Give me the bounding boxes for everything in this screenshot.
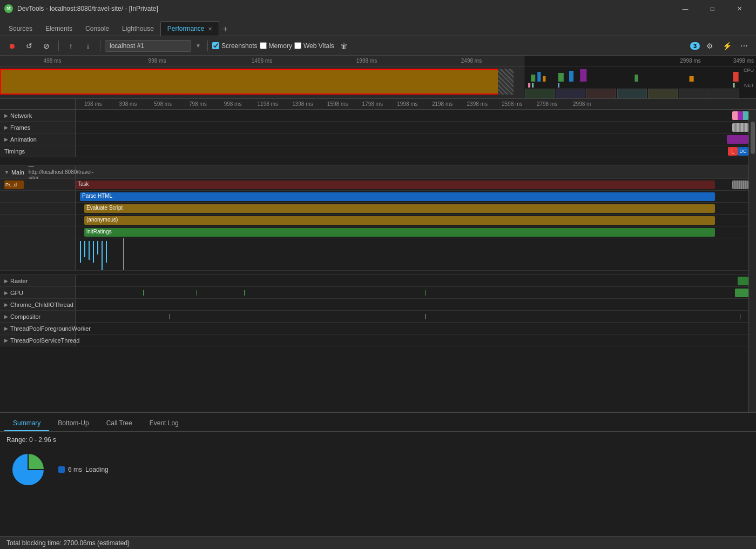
screenshot-thumb-4[interactable]: [648, 89, 678, 98]
record-button[interactable]: ⏺: [4, 38, 19, 53]
frames-expand-arrow[interactable]: ▶: [4, 125, 8, 130]
tab-call-tree[interactable]: Call Tree: [98, 416, 141, 431]
parse-html-bar[interactable]: Parse HTML: [80, 192, 715, 201]
childio-expand-arrow[interactable]: ▶: [4, 302, 8, 307]
call-line-2: [89, 241, 90, 260]
main-thread-header: ▼ Main — http://localhost:8080/travel-si…: [0, 166, 748, 179]
threadpool-svc-track-label[interactable]: ▶ ThreadPoolServiceThread: [0, 334, 76, 346]
timeline-container: ▶ Network ▶ Frames: [0, 110, 756, 412]
animation-expand-arrow[interactable]: ▶: [4, 137, 8, 142]
timings-track-row: Timings L DC: [0, 145, 748, 157]
threadpool-svc-expand-arrow[interactable]: ▶: [4, 338, 8, 343]
tab-bottom-up[interactable]: Bottom-Up: [49, 416, 97, 431]
animation-track-row: ▶ Animation: [0, 133, 748, 145]
ruler-label-0: 198 ms: [76, 101, 111, 107]
compositor-tick-1: [426, 314, 426, 319]
tab-elements[interactable]: Elements: [39, 22, 79, 36]
timeline-tracks: ▶ Network ▶ Frames: [0, 110, 748, 412]
ruler-label-2: 598 ms: [145, 101, 180, 107]
evaluate-label-area: [0, 203, 76, 214]
anonymous-bar[interactable]: (anonymous): [84, 216, 715, 225]
memory-checkbox-label[interactable]: Memory: [260, 42, 292, 50]
main-expand-arrow[interactable]: ▼: [4, 170, 9, 175]
tab-add-button[interactable]: +: [219, 23, 232, 36]
remote-button[interactable]: ⚡: [719, 38, 734, 53]
flame-row-task: Pr...d Task: [0, 179, 748, 191]
ruler-label-5: 1198 ms: [250, 101, 285, 107]
url-dropdown[interactable]: ▼: [193, 43, 203, 49]
download-button[interactable]: ↓: [80, 38, 96, 53]
tab-close-performance[interactable]: ✕: [208, 26, 212, 32]
titlebar-title: DevTools - localhost:8080/travel-site/ -…: [17, 5, 669, 12]
raster-expand-arrow[interactable]: ▶: [4, 278, 8, 284]
toolbar-separator-1: [58, 41, 59, 51]
raster-track-label[interactable]: ▶ Raster: [0, 275, 76, 286]
gpu-expand-arrow[interactable]: ▶: [4, 290, 8, 296]
main-thread-label[interactable]: ▼ Main — http://localhost:8080/travel-si…: [0, 166, 76, 178]
reload-button[interactable]: ↺: [22, 38, 37, 53]
network-track-label[interactable]: ▶ Network: [0, 110, 76, 121]
screenshot-thumb-2[interactable]: [586, 89, 616, 98]
gpu-track-label[interactable]: ▶ GPU: [0, 287, 76, 298]
close-button[interactable]: ✕: [727, 0, 752, 17]
childiothread-track-label[interactable]: ▶ Chrome_ChildIOThread: [0, 299, 76, 310]
initratings-bar[interactable]: initRatings: [84, 228, 715, 237]
upload-button[interactable]: ↑: [63, 38, 78, 53]
compositor-track-label[interactable]: ▶ Compositor: [0, 311, 76, 322]
screenshot-thumb-0[interactable]: [525, 89, 555, 98]
settings-button[interactable]: ⚙: [702, 38, 717, 53]
svg-rect-9: [528, 83, 530, 88]
webvitals-checkbox-label[interactable]: Web Vitals: [294, 42, 334, 50]
tab-lighthouse[interactable]: Lighthouse: [116, 22, 160, 36]
overview-left: 498 ms 998 ms 1498 ms 1998 ms 2498 ms: [0, 56, 524, 98]
frames-track-label[interactable]: ▶ Frames: [0, 122, 76, 133]
more-button[interactable]: ⋯: [737, 38, 752, 53]
task-overflow-bar: [732, 180, 748, 189]
right-scrollbar[interactable]: [748, 110, 756, 412]
tab-event-log[interactable]: Event Log: [141, 416, 187, 431]
webvitals-checkbox[interactable]: [294, 42, 301, 49]
threadpool-fg-track-label[interactable]: ▶ ThreadPoolForegroundWorker: [0, 323, 76, 334]
tab-performance[interactable]: Performance ✕: [160, 21, 219, 36]
screenshot-thumb-3[interactable]: [617, 89, 647, 98]
task-bar[interactable]: Task: [76, 180, 715, 189]
evaluate-script-bar[interactable]: Evaluate Script: [84, 204, 715, 213]
screenshots-checkbox[interactable]: [212, 42, 219, 49]
delete-button[interactable]: 🗑: [336, 38, 352, 53]
spacer-2: [0, 271, 748, 275]
initratings-label-area: [0, 226, 76, 238]
range-text: Range: 0 - 2.96 s: [6, 436, 750, 444]
tab-sources[interactable]: Sources: [2, 22, 39, 36]
network-expand-arrow[interactable]: ▶: [4, 113, 8, 118]
svg-rect-2: [543, 76, 545, 82]
screenshot-thumb-5[interactable]: [679, 89, 708, 98]
statusbar-text: Total blocking time: 2700.06ms (estimate…: [6, 539, 130, 547]
svg-rect-8: [733, 72, 739, 82]
clear-button[interactable]: ⊘: [39, 38, 54, 53]
overview-time-5: 2998 ms: [680, 58, 700, 64]
gpu-tick-3: [426, 290, 426, 296]
call-line-3: [93, 241, 94, 263]
maximize-button[interactable]: □: [700, 0, 725, 17]
flame-row-anonymous: (anonymous): [0, 215, 748, 226]
gpu-track-row: ▶ GPU: [0, 287, 748, 299]
tab-console[interactable]: Console: [79, 22, 116, 36]
timeline-selection[interactable]: [0, 69, 508, 95]
flame-row-evaluate: Evaluate Script: [0, 203, 748, 215]
minimize-button[interactable]: —: [673, 0, 698, 17]
animation-track-label[interactable]: ▶ Animation: [0, 133, 76, 145]
threadpool-fg-expand-arrow[interactable]: ▶: [4, 326, 8, 331]
separator-line: [123, 238, 124, 270]
screenshot-thumb-1[interactable]: [556, 89, 585, 98]
url-input[interactable]: [105, 40, 191, 52]
initratings-content: initRatings: [76, 226, 748, 238]
tab-summary[interactable]: Summary: [4, 416, 49, 431]
screenshots-checkbox-label[interactable]: Screenshots: [212, 42, 258, 50]
overview-time-2: 1498 ms: [210, 58, 314, 64]
scrollbar-thumb[interactable]: [751, 122, 755, 154]
compositor-expand-arrow[interactable]: ▶: [4, 314, 8, 319]
frames-track-row: ▶ Frames: [0, 122, 748, 133]
memory-checkbox[interactable]: [260, 42, 267, 49]
flame-row-initratings: initRatings: [0, 226, 748, 238]
screenshot-thumb-6[interactable]: [710, 89, 739, 98]
